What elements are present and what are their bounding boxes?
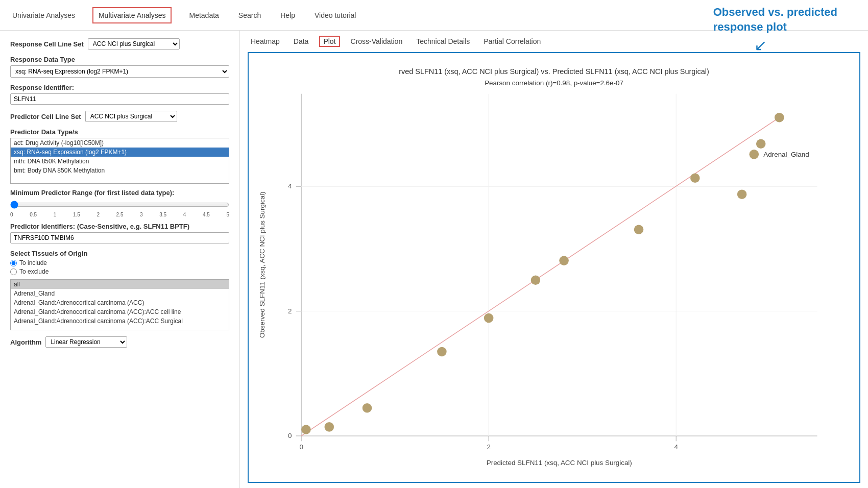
tissue-item-adrenal-acc-surgical[interactable]: Adrenal_Gland:Adrenocortical carcinoma (… — [11, 316, 229, 326]
svg-text:0: 0 — [288, 432, 292, 440]
chart-inner: rved SLFN11 (xsq, ACC NCI plus Surgical)… — [249, 53, 859, 482]
select-tissue-label: Select Tissue/s of Origin — [10, 250, 229, 257]
regression-line — [301, 117, 779, 436]
svg-text:4: 4 — [674, 443, 678, 451]
data-point-11 — [775, 113, 784, 123]
tab-plot[interactable]: Plot — [319, 36, 340, 47]
nav-item-metadata[interactable]: Metadata — [187, 7, 221, 23]
y-axis-label: Observed SLFN11 (xsq, ACC NCI plus Surgi… — [258, 192, 266, 338]
left-panel: Response Cell Line Set ACC NCI plus Surg… — [0, 31, 240, 488]
main-layout: Response Cell Line Set ACC NCI plus Surg… — [0, 31, 868, 488]
data-point-6 — [559, 256, 569, 265]
predictor-data-type-2[interactable]: mth: DNA 850K Methylation — [11, 157, 229, 166]
response-data-type-select[interactable]: xsq: RNA-seq Expression (log2 FPKM+1) — [10, 65, 229, 78]
data-point-0 — [301, 425, 311, 434]
right-content: Heatmap Data Plot Cross-Validation Techn… — [240, 31, 868, 488]
nav-item-search[interactable]: Search — [236, 7, 263, 23]
range-slider[interactable] — [10, 201, 229, 209]
chart-title1: rved SLFN11 (xsq, ACC NCI plus Surgical)… — [399, 67, 709, 76]
response-identifier-input[interactable]: SLFN11 — [10, 93, 229, 105]
response-cell-line-set-label: Response Cell Line Set — [10, 40, 84, 48]
tissue-item-adrenal-acc[interactable]: Adrenal_Gland:Adrenocortical carcinoma (… — [11, 298, 229, 307]
top-nav: Univariate Analyses Multivariate Analyse… — [0, 0, 868, 31]
data-point-2 — [363, 403, 372, 413]
chart-area: rved SLFN11 (xsq, ACC NCI plus Surgical)… — [248, 52, 860, 483]
algorithm-field: Algorithm Linear Regression — [10, 336, 229, 348]
response-cell-line-set-field: Response Cell Line Set ACC NCI plus Surg… — [10, 38, 229, 50]
x-axis-label: Predicted SLFN11 (xsq, ACC NCI plus Surg… — [487, 459, 632, 467]
predictor-data-types-listbox[interactable]: act: Drug Activity (-log10[IC50M]) xsq: … — [10, 138, 229, 184]
predictor-cell-line-set-field: Predictor Cell Line Set ACC NCI plus Sur… — [10, 111, 229, 122]
data-point-7 — [634, 225, 644, 234]
chart-svg: rved SLFN11 (xsq, ACC NCI plus Surgical)… — [249, 53, 859, 482]
tab-heatmap[interactable]: Heatmap — [248, 36, 283, 47]
chart-title2: Pearson correlation (r)=0.98, p-value=2.… — [485, 79, 623, 87]
predictor-data-types-label: Predictor Data Type/s — [10, 128, 229, 136]
predictor-cell-line-set-label: Predictor Cell Line Set — [10, 113, 81, 120]
nav-item-video-tutorial[interactable]: Video tutorial — [312, 7, 358, 23]
tab-data[interactable]: Data — [291, 36, 312, 47]
tab-partial-correlation[interactable]: Partial Correlation — [480, 36, 544, 47]
annotation-line1: Observed vs. predicted — [713, 5, 837, 20]
svg-text:2: 2 — [288, 307, 292, 315]
nav-item-multivariate[interactable]: Multivariate Analyses — [92, 7, 172, 23]
predictor-identifiers-label: Predictor Identifiers: (Case-Sensitive, … — [10, 223, 229, 230]
tissue-item-all[interactable]: all — [11, 280, 229, 289]
response-identifier-label: Response Identifier: — [10, 84, 229, 91]
radio-include-label[interactable]: To include — [10, 259, 229, 266]
data-point-4 — [484, 313, 494, 323]
tissue-listbox[interactable]: all Adrenal_Gland Adrenal_Gland:Adrenoco… — [10, 279, 229, 330]
predictor-data-type-0[interactable]: act: Drug Activity (-log10[IC50M]) — [11, 138, 229, 148]
predictor-cell-line-set-select[interactable]: ACC NCI plus Surgical — [85, 111, 177, 122]
response-data-type-label: Response Data Type — [10, 56, 229, 63]
range-ticks: 00.511.522.533.544.55 — [10, 212, 229, 217]
data-point-9 — [737, 189, 747, 199]
predictor-data-type-3[interactable]: bmt: Body DNA 850K Methylation — [11, 166, 229, 175]
tissue-item-adrenal[interactable]: Adrenal_Gland — [11, 289, 229, 298]
sub-tabs: Heatmap Data Plot Cross-Validation Techn… — [248, 36, 860, 47]
radio-exclude-label[interactable]: To exclude — [10, 268, 229, 275]
predictor-data-type-1[interactable]: xsq: RNA-seq Expression (log2 FPKM+1) — [11, 148, 229, 157]
svg-text:2: 2 — [487, 443, 490, 451]
svg-text:4: 4 — [288, 182, 292, 190]
radio-exclude-text: To exclude — [19, 268, 49, 275]
data-point-1 — [324, 422, 334, 432]
data-point-3 — [437, 347, 447, 357]
legend-dot — [750, 150, 759, 159]
nav-item-univariate[interactable]: Univariate Analyses — [10, 7, 77, 23]
data-point-5 — [531, 275, 541, 285]
nav-item-help[interactable]: Help — [278, 7, 297, 23]
svg-text:0: 0 — [299, 443, 303, 451]
range-container: 00.511.522.533.544.55 — [10, 199, 229, 217]
min-predictor-range-label: Minimum Predictor Range (for first liste… — [10, 189, 229, 197]
radio-exclude[interactable] — [10, 269, 17, 275]
predictor-identifiers-input[interactable]: TNFRSF10D TMBIM6 — [10, 232, 229, 243]
legend-label: Adrenal_Gland — [763, 151, 809, 158]
algorithm-select[interactable]: Linear Regression — [45, 336, 127, 348]
tab-cross-validation[interactable]: Cross-Validation — [348, 36, 406, 47]
algorithm-label: Algorithm — [10, 338, 41, 346]
radio-include[interactable] — [10, 260, 17, 266]
response-cell-line-set-select[interactable]: ACC NCI plus Surgical — [88, 38, 180, 50]
tab-technical-details[interactable]: Technical Details — [413, 36, 473, 47]
tissue-item-adrenal-acc-cell[interactable]: Adrenal_Gland:Adrenocortical carcinoma (… — [11, 307, 229, 316]
data-point-8 — [690, 173, 700, 183]
radio-group: To include To exclude — [10, 259, 229, 275]
data-point-10 — [756, 139, 766, 149]
radio-include-text: To include — [19, 259, 47, 266]
